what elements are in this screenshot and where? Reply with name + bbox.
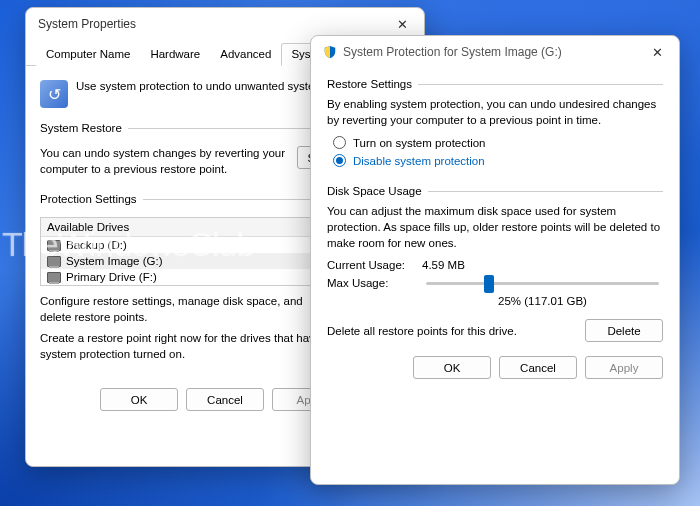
- protection-settings-legend: Protection Settings: [40, 193, 143, 205]
- shield-icon: [323, 45, 337, 59]
- configure-text: Configure restore settings, manage disk …: [40, 294, 319, 325]
- close-icon[interactable]: ✕: [388, 10, 416, 38]
- create-text: Create a restore point right now for the…: [40, 331, 322, 362]
- max-usage-value: 25% (117.01 GB): [422, 295, 663, 307]
- drive-icon: [47, 272, 61, 283]
- radio-icon: [333, 154, 346, 167]
- tab-advanced[interactable]: Advanced: [210, 43, 281, 66]
- slider-thumb-icon[interactable]: [484, 275, 494, 293]
- col-available-drives[interactable]: Available Drives: [41, 218, 319, 236]
- max-usage-slider[interactable]: [426, 282, 659, 285]
- dialog-title: System Properties: [38, 17, 136, 31]
- drive-name: Primary Drive (F:): [66, 271, 319, 283]
- cancel-button[interactable]: Cancel: [499, 356, 577, 379]
- radio-turn-on-label: Turn on system protection: [353, 137, 486, 149]
- drive-name: System Image (G:): [66, 255, 319, 267]
- restore-icon: [40, 80, 68, 108]
- system-protection-drive-dialog: System Protection for System Image (G:) …: [310, 35, 680, 485]
- drive-icon: [47, 256, 61, 267]
- ok-button[interactable]: OK: [100, 388, 178, 411]
- radio-disable-label: Disable system protection: [353, 155, 485, 167]
- max-usage-label: Max Usage:: [327, 277, 422, 289]
- ok-button[interactable]: OK: [413, 356, 491, 379]
- current-usage-label: Current Usage:: [327, 259, 422, 271]
- apply-button[interactable]: Apply: [585, 356, 663, 379]
- dialog-title: System Protection for System Image (G:): [343, 45, 562, 59]
- drive-icon: [47, 240, 61, 251]
- radio-icon: [333, 136, 346, 149]
- delete-text: Delete all restore points for this drive…: [327, 325, 585, 337]
- delete-button[interactable]: Delete: [585, 319, 663, 342]
- tab-computer-name[interactable]: Computer Name: [36, 43, 140, 66]
- drive-name: Backup (D:): [66, 239, 319, 251]
- tab-hardware[interactable]: Hardware: [140, 43, 210, 66]
- disk-space-legend: Disk Space Usage: [327, 185, 428, 197]
- system-restore-text: You can undo system changes by reverting…: [40, 146, 287, 177]
- titlebar[interactable]: System Protection for System Image (G:) …: [311, 36, 679, 68]
- disk-space-desc: You can adjust the maximum disk space us…: [327, 203, 663, 251]
- close-icon[interactable]: ✕: [643, 38, 671, 66]
- restore-settings-legend: Restore Settings: [327, 78, 418, 90]
- current-usage-value: 4.59 MB: [422, 259, 465, 271]
- restore-settings-desc: By enabling system protection, you can u…: [327, 96, 663, 128]
- cancel-button[interactable]: Cancel: [186, 388, 264, 411]
- radio-disable[interactable]: Disable system protection: [333, 154, 663, 167]
- radio-turn-on[interactable]: Turn on system protection: [333, 136, 663, 149]
- system-restore-legend: System Restore: [40, 122, 128, 134]
